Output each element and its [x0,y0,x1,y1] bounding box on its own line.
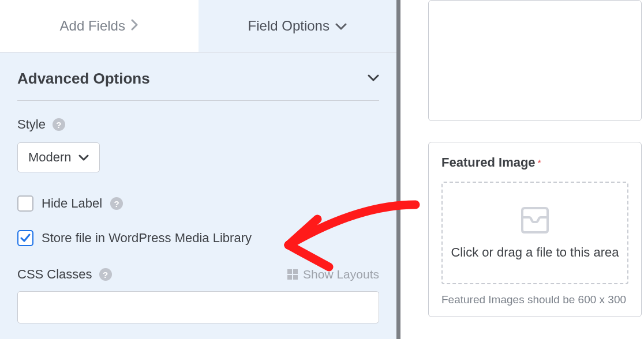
help-icon[interactable]: ? [99,268,112,281]
tab-add-fields-label: Add Fields [60,18,125,34]
field-style: Style ? Modern [0,101,396,172]
show-layouts-label: Show Layouts [303,268,379,281]
preview-textarea[interactable] [428,0,642,121]
featured-note: Featured Images should be 600 x 300 [441,293,628,306]
store-media-checkbox[interactable] [17,230,33,246]
file-dropzone[interactable]: Click or drag a file to this area [441,182,628,284]
store-media-row: Store file in WordPress Media Library [0,220,396,246]
css-classes-input[interactable] [17,291,379,323]
css-classes-label: CSS Classes [17,267,92,282]
help-icon[interactable]: ? [53,118,65,131]
style-select[interactable]: Modern [17,142,100,172]
featured-image-label: Featured Image [441,155,536,170]
hide-label-row: Hide Label ? [0,185,396,212]
dropzone-text: Click or drag a file to this area [451,245,619,260]
svg-rect-1 [293,269,298,274]
upload-icon [519,206,551,236]
show-layouts-button[interactable]: Show Layouts [287,268,379,281]
preview-panel: Featured Image* Click or drag a file to … [400,0,644,339]
sidebar-panel: Add Fields Field Options Advanced Option… [0,0,396,339]
tab-field-options[interactable]: Field Options [199,0,397,52]
section-advanced-options: Advanced Options [0,52,396,101]
chevron-down-icon [368,74,379,84]
store-media-text: Store file in WordPress Media Library [42,231,252,246]
style-label: Style [17,117,46,132]
tab-field-options-label: Field Options [248,18,330,34]
chevron-down-icon [78,150,89,165]
help-icon[interactable]: ? [110,197,123,210]
panel-divider[interactable] [396,0,400,339]
section-title: Advanced Options [17,70,150,88]
tabs: Add Fields Field Options [0,0,396,52]
featured-image-field: Featured Image* Click or drag a file to … [428,142,642,317]
chevron-right-icon [131,18,138,34]
svg-rect-0 [287,269,292,274]
chevron-down-icon [335,18,347,34]
tab-add-fields[interactable]: Add Fields [0,0,199,52]
svg-rect-2 [287,275,292,280]
section-header[interactable]: Advanced Options [17,70,379,101]
svg-rect-3 [293,275,298,280]
hide-label-checkbox[interactable] [17,195,33,212]
css-classes-row: CSS Classes ? Show Layouts [0,246,396,282]
required-mark: * [538,159,541,168]
hide-label-text: Hide Label [42,196,102,211]
style-value: Modern [28,150,72,165]
grid-icon [287,269,298,280]
